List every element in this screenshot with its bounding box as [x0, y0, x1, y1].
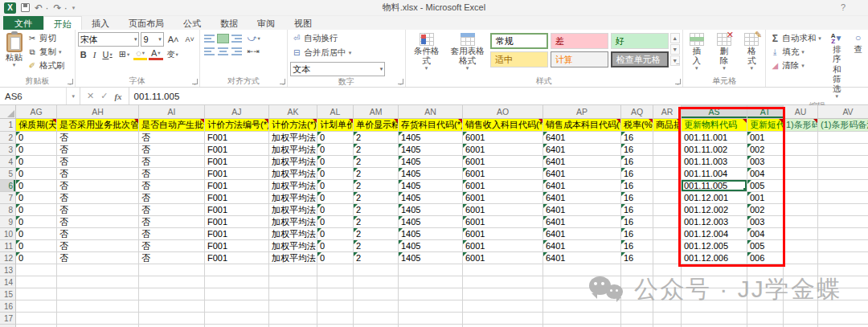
clear-button[interactable]: ◢清除 ▾: [768, 59, 823, 72]
header-cell-AI1[interactable]: 是否自动产生批号: [139, 119, 205, 132]
cell-AM2[interactable]: 2: [354, 132, 399, 144]
ribbon-tab-review[interactable]: 审阅: [248, 16, 285, 30]
cell-AJ5[interactable]: F001: [205, 168, 269, 180]
cell-AV6[interactable]: [818, 180, 868, 192]
cell-AH9[interactable]: 否: [57, 216, 139, 228]
cell-AR2[interactable]: [653, 132, 682, 144]
cell-AL2[interactable]: 0: [317, 132, 354, 144]
cell-AO9[interactable]: 6001: [463, 216, 543, 228]
row-header-11[interactable]: 11: [0, 240, 16, 252]
cell-AG12[interactable]: 0: [16, 252, 57, 264]
column-header-AO[interactable]: AO: [463, 105, 543, 119]
cell-AQ17[interactable]: [621, 313, 653, 325]
cell-AU11[interactable]: [784, 240, 818, 252]
cell-AV7[interactable]: [818, 192, 868, 204]
cell-AN16[interactable]: [399, 300, 463, 313]
cell-AG4[interactable]: 0: [16, 156, 57, 168]
cell-style-calc[interactable]: 计算: [551, 51, 608, 67]
header-cell-AG1[interactable]: 保质期(天): [16, 119, 57, 132]
font-size-combo[interactable]: 9▾: [141, 32, 163, 47]
italic-button[interactable]: I: [91, 50, 99, 59]
cell-AU7[interactable]: [784, 192, 818, 204]
cell-AM13[interactable]: [354, 264, 399, 276]
cell-AN2[interactable]: 1405: [399, 132, 463, 144]
cell-AK16[interactable]: [269, 300, 317, 313]
cell-AK7[interactable]: 加权平均法: [269, 192, 317, 204]
cell-AI8[interactable]: 否: [139, 204, 205, 216]
cell-AV3[interactable]: [818, 144, 868, 156]
cell-AS9[interactable]: 001.12.003: [682, 216, 747, 228]
find-select-button[interactable]: ○ 查: [850, 32, 866, 100]
underline-button[interactable]: U▾: [100, 50, 114, 59]
column-header-AV[interactable]: AV: [818, 105, 868, 119]
cell-AK9[interactable]: 加权平均法: [269, 216, 317, 228]
font-name-combo[interactable]: 宋体▾: [78, 32, 140, 47]
cell-AU4[interactable]: [784, 156, 818, 168]
cell-AR8[interactable]: [653, 204, 682, 216]
copy-button[interactable]: ⧉复制 ▾: [26, 46, 67, 59]
autosum-button[interactable]: Σ自动求和 ▾: [768, 32, 823, 45]
cell-style-neutral[interactable]: 适中: [490, 51, 548, 67]
row-header-17[interactable]: 17: [0, 313, 16, 325]
column-header-AT[interactable]: AT: [747, 105, 784, 119]
cell-AR7[interactable]: [653, 192, 682, 204]
header-cell-AQ1[interactable]: 税率(%): [621, 119, 653, 132]
cell-AK13[interactable]: [269, 264, 317, 276]
column-header-AQ[interactable]: AQ: [621, 105, 653, 119]
row-header-1[interactable]: 1: [0, 119, 16, 132]
cell-AK2[interactable]: 加权平均法: [269, 132, 317, 144]
cell-AG2[interactable]: 0: [16, 132, 57, 144]
column-header-AK[interactable]: AK: [269, 105, 317, 119]
cell-AL11[interactable]: 0: [317, 240, 354, 252]
align-right-icon[interactable]: [231, 47, 242, 55]
cell-AM8[interactable]: 2: [354, 204, 399, 216]
ribbon-tab-file[interactable]: 文件: [3, 16, 43, 30]
font-dialog-launcher[interactable]: [192, 79, 198, 84]
cell-AM4[interactable]: 2: [354, 156, 399, 168]
cell-AP7[interactable]: 6401: [543, 192, 621, 204]
cell-AI2[interactable]: 否: [139, 132, 205, 144]
cell-AR6[interactable]: [653, 180, 682, 192]
cell-AG8[interactable]: 0: [16, 204, 57, 216]
column-header-AI[interactable]: AI: [139, 105, 205, 119]
ribbon-tab-insert[interactable]: 插入: [82, 16, 119, 30]
cell-AQ8[interactable]: 16: [621, 204, 653, 216]
header-cell-AL1[interactable]: 计划单价: [317, 119, 354, 132]
select-all-corner[interactable]: [0, 105, 16, 119]
cell-AL6[interactable]: 0: [317, 180, 354, 192]
cell-AH8[interactable]: 否: [57, 204, 139, 216]
cell-AL3[interactable]: 0: [317, 144, 354, 156]
cell-AT4[interactable]: 003: [747, 156, 784, 168]
cell-AH2[interactable]: 否: [57, 132, 139, 144]
cell-AL7[interactable]: 0: [317, 192, 354, 204]
row-header-9[interactable]: 9: [0, 216, 16, 228]
cell-AV9[interactable]: [818, 216, 868, 228]
cut-button[interactable]: ✂剪切: [26, 32, 67, 45]
cell-style-bad[interactable]: 差: [551, 33, 608, 49]
cell-AK5[interactable]: 加权平均法: [269, 168, 317, 180]
cell-AO8[interactable]: 6001: [463, 204, 543, 216]
alignment-dialog-launcher[interactable]: [280, 79, 285, 84]
cell-AQ2[interactable]: 16: [621, 132, 653, 144]
cell-AS12[interactable]: 001.12.006: [682, 252, 747, 264]
cell-AL8[interactable]: 0: [317, 204, 354, 216]
cell-AR17[interactable]: [653, 313, 682, 325]
cell-AH7[interactable]: 否: [57, 192, 139, 204]
cell-AS2[interactable]: 001.11.001: [682, 132, 747, 144]
cell-AI4[interactable]: 否: [139, 156, 205, 168]
cell-AS17[interactable]: [682, 313, 747, 325]
cell-AH13[interactable]: [57, 264, 139, 276]
cell-AH17[interactable]: [57, 313, 139, 325]
header-cell-AH1[interactable]: 是否采用业务批次管理: [57, 119, 139, 132]
cell-AK11[interactable]: 加权平均法: [269, 240, 317, 252]
cell-AI10[interactable]: 否: [139, 228, 205, 240]
column-header-AL[interactable]: AL: [317, 105, 354, 119]
cell-AV17[interactable]: [818, 313, 868, 325]
cell-AJ2[interactable]: F001: [205, 132, 269, 144]
cell-AV2[interactable]: [818, 132, 868, 144]
cell-AN6[interactable]: 1405: [399, 180, 463, 192]
fill-button[interactable]: ⤓填充 ▾: [768, 46, 823, 59]
row-header-6[interactable]: 6: [0, 180, 16, 192]
cell-AR9[interactable]: [653, 216, 682, 228]
header-cell-AM1[interactable]: 单价显示精度: [354, 119, 399, 132]
